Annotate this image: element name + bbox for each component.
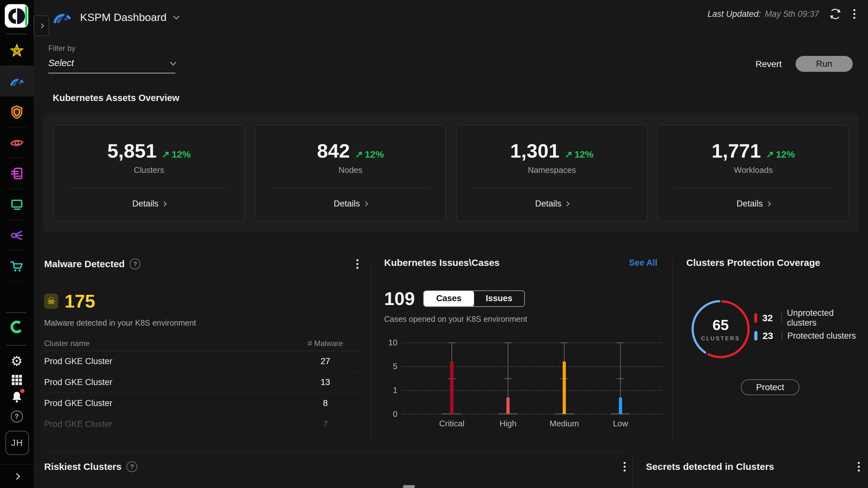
legend-label: Unprotected clusters	[787, 308, 858, 328]
secrets-panel: Secrets detected in Clusters	[646, 460, 862, 474]
help-icon[interactable]: ?	[130, 258, 141, 269]
sidebar-item-monitor[interactable]	[0, 189, 33, 220]
notifications-button[interactable]	[0, 390, 33, 405]
assets-cards-section: 5,851 ↗12% Clusters Details 842 ↗12% Nod…	[43, 113, 859, 233]
legend-row-protected: 23 Protected clusters	[754, 329, 858, 343]
legend-row-unprotected: 32 Unprotected clusters	[754, 311, 858, 325]
legend-swatch-blue	[754, 331, 757, 341]
run-button[interactable]: Run	[796, 56, 853, 72]
malware-title: Malware Detected	[44, 258, 125, 269]
sidebar-item-shield[interactable]	[0, 97, 33, 127]
header-right: Last Updated: May 5th 09:37	[708, 0, 857, 28]
malware-count-cell: 7	[290, 419, 360, 429]
logo-green-stripe	[25, 6, 27, 26]
app-logo[interactable]	[5, 4, 28, 28]
details-link[interactable]: Details	[457, 199, 647, 209]
severity-bar-critical[interactable]	[450, 362, 454, 414]
cases-issues-toggle: Cases Issues	[423, 291, 525, 307]
avatar[interactable]: JH	[5, 431, 29, 455]
document-icon	[9, 166, 24, 181]
trend-up-icon: ↗	[355, 149, 363, 160]
help-icon: ?	[11, 410, 23, 423]
column-header-cluster-name: Cluster name	[44, 339, 290, 348]
divider	[6, 345, 27, 346]
refresh-icon[interactable]	[828, 7, 843, 21]
chevron-right-icon	[363, 202, 368, 207]
table-row[interactable]: Prod GKE Cluster 13	[44, 372, 360, 393]
y-axis-tick: 0	[383, 409, 398, 419]
protection-donut-chart: 65 CLUSTERS	[689, 297, 752, 361]
cluster-name: Prod GKE Cluster	[44, 377, 290, 387]
header-kebab-menu[interactable]	[851, 7, 857, 21]
chevron-down-icon[interactable]	[173, 13, 180, 20]
kspm-dashboard-page: { "header": { "title": "KSPM Dashboard",…	[0, 0, 868, 488]
x-axis-label: High	[479, 419, 537, 429]
eye-icon	[9, 135, 25, 151]
cart-icon	[9, 259, 24, 274]
table-row[interactable]: Prod GKE Cluster 7	[44, 414, 360, 435]
toggle-cases[interactable]: Cases	[424, 291, 474, 306]
protection-title: Clusters Protection Coverage	[686, 257, 858, 268]
trend-up-icon: ↗	[766, 149, 774, 160]
chevron-down-icon	[170, 59, 176, 65]
sidebar: ⚙ ? JH	[0, 0, 33, 488]
divider	[672, 259, 673, 444]
severity-bar-high[interactable]	[506, 397, 509, 414]
divider	[781, 313, 782, 323]
chevron-right-icon	[161, 202, 166, 207]
protect-button[interactable]: Protect	[741, 379, 799, 395]
toggle-issues[interactable]: Issues	[474, 291, 524, 306]
severity-bar-medium[interactable]	[563, 362, 566, 414]
settings-button[interactable]: ⚙	[0, 355, 33, 368]
see-all-link[interactable]: See All	[629, 258, 657, 268]
divider	[6, 312, 27, 313]
whisker-cap	[617, 342, 624, 343]
filter-select[interactable]: Select	[48, 58, 175, 73]
help-icon[interactable]: ?	[126, 461, 137, 472]
issues-title: Kubernetes Issues\Cases	[384, 257, 500, 268]
scrollbar-thumb[interactable]	[403, 485, 415, 488]
sidebar-item-share[interactable]	[0, 220, 33, 251]
protection-coverage-panel: Clusters Protection Coverage 65 CLUSTERS…	[686, 257, 858, 444]
notification-dot	[20, 389, 25, 393]
malware-subtitle: Malware detected in your K8S environment	[44, 318, 196, 328]
sidebar-nav	[0, 35, 33, 281]
panel-expand-button[interactable]	[34, 16, 49, 36]
apps-button[interactable]	[0, 374, 33, 386]
details-label: Details	[535, 199, 561, 209]
help-button[interactable]: ?	[0, 410, 33, 423]
sidebar-item-star[interactable]	[0, 35, 33, 66]
trend-up-icon: ↗	[162, 149, 170, 160]
card-delta: 12%	[776, 149, 795, 160]
star-icon	[9, 43, 25, 58]
table-row[interactable]: Prod GKE Cluster 27	[44, 351, 360, 372]
divider	[272, 188, 429, 188]
gridline	[402, 366, 662, 367]
chevron-right-icon	[564, 202, 569, 207]
riskiest-kebab-menu[interactable]	[622, 460, 627, 474]
details-link[interactable]: Details	[54, 199, 244, 209]
sidebar-item-cart[interactable]	[0, 251, 33, 281]
revert-button[interactable]: Revert	[755, 59, 782, 69]
apps-grid-icon	[10, 374, 23, 386]
header-left: KSPM Dashboard	[52, 4, 179, 30]
secrets-kebab-menu[interactable]	[856, 460, 862, 474]
sidebar-item-eye[interactable]	[0, 127, 33, 158]
details-link[interactable]: Details	[255, 199, 446, 209]
sidebar-item-kspm-dashboard[interactable]	[0, 66, 33, 97]
table-row[interactable]: Prod GKE Cluster 8	[44, 393, 360, 414]
details-link[interactable]: Details	[658, 199, 848, 209]
legend-swatch-red	[754, 313, 757, 323]
sidebar-collapse-toggle[interactable]	[0, 464, 33, 488]
details-label: Details	[132, 199, 159, 209]
sidebar-item-ring[interactable]	[0, 319, 33, 335]
sidebar-item-document[interactable]	[0, 158, 33, 189]
malware-kebab-menu[interactable]	[354, 257, 360, 271]
asset-card-workloads: 1,771 ↗12% Workloads Details	[658, 125, 849, 221]
page-title: KSPM Dashboard	[80, 11, 166, 24]
gauge-icon	[52, 7, 72, 28]
malware-table: Cluster name # Malware Prod GKE Cluster …	[44, 336, 360, 435]
x-axis-label: Critical	[423, 419, 480, 429]
cases-subtitle: Cases opened on your K8S environment	[384, 314, 527, 324]
severity-bar-low[interactable]	[619, 397, 622, 414]
